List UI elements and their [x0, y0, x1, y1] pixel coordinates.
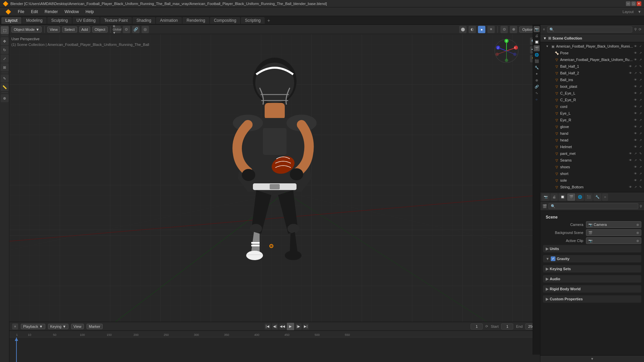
properties-search-input[interactable]: [548, 203, 638, 209]
select-menu[interactable]: Select: [62, 26, 77, 33]
outliner-item-pose[interactable]: 🦴 Pose 👁 ↗: [540, 50, 644, 56]
outliner-item-ball-half-1[interactable]: ▽ Ball_Half_1 👁 ↗ ✎: [540, 63, 644, 70]
mesh-vis-icon[interactable]: 👁: [633, 58, 638, 62]
prop-tab-object[interactable]: ⬛: [585, 193, 593, 201]
outliner-item-main-collection[interactable]: ▼ ▣ American_Football_Player_Black_Unifo…: [540, 43, 644, 50]
tab-scripting[interactable]: Scripting: [241, 17, 265, 24]
current-frame-input[interactable]: 1: [471, 323, 483, 329]
menu-render[interactable]: Render: [42, 9, 60, 15]
close-button[interactable]: ✕: [637, 1, 641, 6]
pivot-point-button[interactable]: ⊙: [123, 26, 130, 33]
object-mode-dropdown[interactable]: Object Mode ▼: [11, 26, 42, 33]
marker-dropdown[interactable]: Marker: [87, 324, 103, 329]
prop-scene-icon[interactable]: 🎬: [534, 45, 540, 51]
minimize-button[interactable]: ─: [626, 1, 631, 6]
jump-start-button[interactable]: |◀: [265, 323, 271, 329]
timeline-view-dropdown[interactable]: View: [71, 324, 84, 329]
rigid-body-header[interactable]: ▶ Rigid Body World: [543, 285, 641, 293]
outliner-item-pant-met[interactable]: ▽ pant_met 👁 ↗ ✎: [540, 150, 644, 157]
properties-expand-button[interactable]: ▼: [540, 355, 644, 362]
tab-modeling[interactable]: Modeling: [22, 17, 47, 24]
menu-edit[interactable]: Edit: [28, 9, 41, 15]
outliner-item-boot-plast[interactable]: ▽ boot_plast 👁 ↗: [540, 83, 644, 90]
add-workspace-button[interactable]: +: [265, 17, 272, 24]
prop-physics-icon[interactable]: ⊕: [534, 77, 540, 83]
menu-file[interactable]: File: [15, 9, 27, 15]
outliner-item-cord[interactable]: ▽ cord 👁 ↗: [540, 103, 644, 110]
outliner-item-head[interactable]: ▽ head 👁 ↗: [540, 137, 644, 143]
measure-tool-button[interactable]: 📏: [1, 83, 9, 91]
timeline-body[interactable]: 1 10 50 100 150 200 250 300 350 400 450 …: [9, 331, 540, 362]
pose-sel-icon[interactable]: ↗: [638, 51, 643, 55]
prop-view-layer-icon[interactable]: 🔲: [534, 39, 540, 45]
transform-tool-button[interactable]: ⊞: [1, 63, 9, 71]
pose-vis-icon[interactable]: 👁: [633, 51, 638, 55]
tab-compositing[interactable]: Compositing: [210, 17, 240, 24]
prop-render-icon[interactable]: 📷: [534, 26, 540, 32]
add-object-button[interactable]: ⊕: [1, 94, 9, 102]
audio-header[interactable]: ▶ Audio: [543, 275, 641, 283]
scale-tool-button[interactable]: ⤢: [1, 55, 9, 63]
outliner-item-ball-ins[interactable]: ▽ Ball_ins 👁 ↗: [540, 76, 644, 83]
outliner-item-glove[interactable]: ▽ glove 👁 ↗: [540, 123, 644, 130]
prop-particles-icon[interactable]: ✦: [534, 71, 540, 77]
jump-end-button[interactable]: ▶|: [303, 323, 309, 329]
move-tool-button[interactable]: ✥: [1, 37, 9, 45]
timeline-menu-button[interactable]: ≡: [12, 323, 18, 329]
viewport-shading-eevee[interactable]: ☀: [487, 26, 495, 33]
scene-collection-expand[interactable]: ▼: [543, 36, 547, 40]
outliner-item-seams[interactable]: ▽ Seams 👁 ↗ ✎: [540, 157, 644, 164]
timeline-track[interactable]: [9, 338, 540, 362]
outliner-item-eye-r[interactable]: ▽ Eye_R 👁 ↗: [540, 117, 644, 123]
proportional-editing-button[interactable]: ◎: [142, 26, 149, 33]
tab-animation[interactable]: Animation: [156, 17, 182, 24]
prop-tab-world[interactable]: 🌐: [576, 193, 584, 201]
outliner-item-hand[interactable]: ▽ hand 👁 ↗: [540, 130, 644, 137]
annotate-tool-button[interactable]: ✎: [1, 74, 9, 82]
prop-constraints-icon[interactable]: 🔗: [534, 83, 540, 89]
viewport-shading-render[interactable]: ●: [478, 26, 485, 33]
prop-tab-modifier[interactable]: 🔧: [593, 193, 601, 201]
viewport-shading-solid[interactable]: ⬤: [459, 26, 467, 33]
outliner-item-helmet[interactable]: ▽ Helmet 👁 ↗: [540, 143, 644, 150]
menu-window[interactable]: Window: [62, 9, 82, 15]
tab-texture-paint[interactable]: Texture Paint: [100, 17, 132, 24]
tab-layout[interactable]: Layout: [1, 17, 21, 24]
tab-sculpting[interactable]: Sculpting: [47, 17, 72, 24]
outliner-item-c-eye-r[interactable]: ▽ C_Eye_R 👁 ↗: [540, 97, 644, 103]
viewport-3d[interactable]: User Perspective (1) Scene Collection | …: [9, 34, 540, 322]
prop-world-icon[interactable]: 🌐: [534, 52, 540, 58]
gravity-header[interactable]: ▼ ✓ Gravity: [543, 255, 641, 262]
prop-tab-scene[interactable]: 🎬: [567, 193, 575, 201]
camera-field[interactable]: 📷 Camera ⊕: [586, 221, 641, 228]
viewport-gizmos-button[interactable]: ⊕: [510, 26, 517, 33]
viewport-orientation-gizmo[interactable]: X Y Z: [493, 38, 520, 64]
playback-dropdown[interactable]: Playback ▼: [21, 324, 45, 329]
prop-data-icon[interactable]: ∿: [534, 90, 540, 96]
outliner-item-c-eye-l[interactable]: ▽ C_Eye_L 👁 ↗: [540, 90, 644, 97]
outliner-item-ball-half-2[interactable]: ▽ Ball_Half_2 👁 ↗ ✎: [540, 70, 644, 76]
frame-start-input[interactable]: 1: [501, 323, 513, 329]
outliner-item-shoes[interactable]: ▽ shoes 👁 ↗: [540, 164, 644, 170]
prop-tab-material[interactable]: ○: [602, 193, 608, 201]
select-tool-button[interactable]: ⬚: [1, 26, 9, 34]
units-header[interactable]: ▶ Units: [543, 245, 641, 252]
exclude-icon[interactable]: ✓: [638, 44, 643, 49]
keying-dropdown[interactable]: Keying ▼: [48, 324, 69, 329]
viewport-shading-material[interactable]: ◐: [469, 26, 476, 33]
prop-tab-view-layer[interactable]: 🔲: [558, 193, 567, 201]
prop-material-icon[interactable]: ○: [534, 96, 540, 102]
menu-help[interactable]: Help: [83, 9, 97, 15]
keying-sets-header[interactable]: ▶ Keying Sets: [543, 265, 641, 273]
prop-modifier-icon[interactable]: 🔧: [534, 64, 540, 70]
viewport-overlays-button[interactable]: ⊙: [500, 26, 508, 33]
active-clip-field[interactable]: 📷 ⊕: [586, 237, 641, 244]
rotate-tool-button[interactable]: ↻: [1, 46, 9, 54]
outliner-item-string-bottom[interactable]: ▽ String_Bottom 👁 ↗ ✎: [540, 184, 644, 190]
outliner-item-short[interactable]: ▽ short 👁 ↗: [540, 170, 644, 177]
snap-button[interactable]: 🔗: [132, 26, 140, 33]
outliner-item-eye-l[interactable]: ▽ Eye_L 👁 ↗: [540, 110, 644, 117]
object-menu[interactable]: Object: [92, 26, 108, 33]
step-back-button[interactable]: ◀|: [272, 323, 278, 329]
gravity-checkbox[interactable]: ✓: [551, 256, 555, 261]
